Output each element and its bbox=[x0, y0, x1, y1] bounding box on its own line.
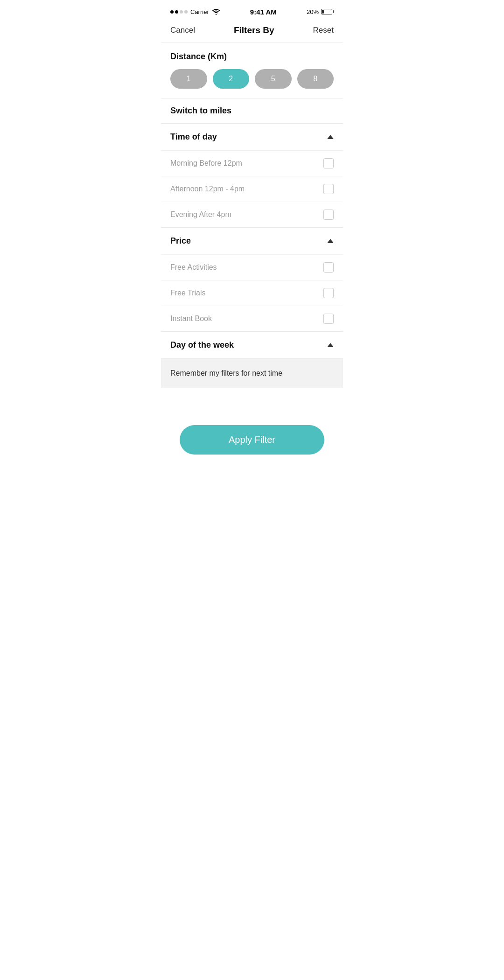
price-header[interactable]: Price bbox=[161, 228, 343, 254]
wifi-icon bbox=[212, 8, 220, 15]
time-morning-item[interactable]: Morning Before 12pm bbox=[161, 150, 343, 176]
time-of-day-chevron-icon bbox=[327, 135, 334, 139]
battery-percent: 20% bbox=[307, 8, 319, 15]
signal-dot-3 bbox=[180, 10, 183, 14]
status-left: Carrier bbox=[170, 8, 220, 15]
time-morning-checkbox[interactable] bbox=[323, 158, 334, 168]
battery-icon bbox=[321, 9, 334, 14]
spacer bbox=[161, 388, 343, 416]
apply-btn-container: Apply Filter bbox=[161, 416, 343, 469]
price-free-trials-checkbox[interactable] bbox=[323, 288, 334, 298]
distance-btn-8[interactable]: 8 bbox=[297, 69, 334, 89]
status-time: 9:41 AM bbox=[250, 8, 277, 16]
time-evening-label: Evening After 4pm bbox=[170, 210, 231, 219]
apply-filter-button[interactable]: Apply Filter bbox=[180, 425, 324, 455]
time-evening-item[interactable]: Evening After 4pm bbox=[161, 202, 343, 227]
page-title: Filters By bbox=[234, 25, 274, 35]
remember-label: Remember my filters for next time bbox=[170, 369, 282, 377]
price-free-trials-item[interactable]: Free Trials bbox=[161, 280, 343, 306]
time-morning-label: Morning Before 12pm bbox=[170, 159, 242, 168]
day-of-week-header[interactable]: Day of the week bbox=[161, 332, 343, 358]
remember-section[interactable]: Remember my filters for next time bbox=[161, 359, 343, 388]
distance-section: Distance (Km) 1 2 5 8 bbox=[161, 42, 343, 98]
price-instant-book-label: Instant Book bbox=[170, 315, 212, 323]
price-title: Price bbox=[170, 236, 191, 246]
time-of-day-title: Time of day bbox=[170, 132, 217, 142]
distance-btn-5[interactable]: 5 bbox=[255, 69, 292, 89]
price-free-trials-label: Free Trials bbox=[170, 289, 206, 297]
signal-dot-4 bbox=[184, 10, 188, 14]
price-chevron-icon bbox=[327, 239, 334, 243]
time-afternoon-label: Afternoon 12pm - 4pm bbox=[170, 185, 245, 193]
time-evening-checkbox[interactable] bbox=[323, 210, 334, 220]
price-free-activities-checkbox[interactable] bbox=[323, 262, 334, 273]
day-of-week-section: Day of the week bbox=[161, 332, 343, 359]
signal-dot-1 bbox=[170, 10, 174, 14]
filter-content: Distance (Km) 1 2 5 8 Switch to miles Ti… bbox=[161, 42, 343, 469]
price-free-activities-item[interactable]: Free Activities bbox=[161, 254, 343, 280]
status-right: 20% bbox=[307, 8, 334, 15]
price-instant-book-checkbox[interactable] bbox=[323, 314, 334, 324]
time-afternoon-checkbox[interactable] bbox=[323, 184, 334, 194]
switch-miles-section[interactable]: Switch to miles bbox=[161, 98, 343, 124]
time-of-day-section: Time of day Morning Before 12pm Afternoo… bbox=[161, 124, 343, 228]
distance-btn-2[interactable]: 2 bbox=[213, 69, 250, 89]
status-bar: Carrier 9:41 AM 20% bbox=[161, 0, 343, 21]
day-of-week-title: Day of the week bbox=[170, 340, 234, 350]
carrier-label: Carrier bbox=[190, 8, 209, 15]
signal-dots bbox=[170, 10, 188, 14]
price-instant-book-item[interactable]: Instant Book bbox=[161, 306, 343, 331]
signal-dot-2 bbox=[175, 10, 178, 14]
price-section: Price Free Activities Free Trials Instan… bbox=[161, 228, 343, 332]
time-afternoon-item[interactable]: Afternoon 12pm - 4pm bbox=[161, 176, 343, 202]
switch-miles-label: Switch to miles bbox=[170, 106, 231, 115]
price-free-activities-label: Free Activities bbox=[170, 263, 217, 272]
reset-button[interactable]: Reset bbox=[313, 26, 334, 35]
distance-options: 1 2 5 8 bbox=[170, 69, 334, 89]
time-of-day-header[interactable]: Time of day bbox=[161, 124, 343, 150]
nav-bar: Cancel Filters By Reset bbox=[161, 21, 343, 42]
cancel-button[interactable]: Cancel bbox=[170, 26, 195, 35]
distance-btn-1[interactable]: 1 bbox=[170, 69, 207, 89]
day-of-week-chevron-icon bbox=[327, 343, 334, 347]
distance-title: Distance (Km) bbox=[170, 52, 334, 62]
